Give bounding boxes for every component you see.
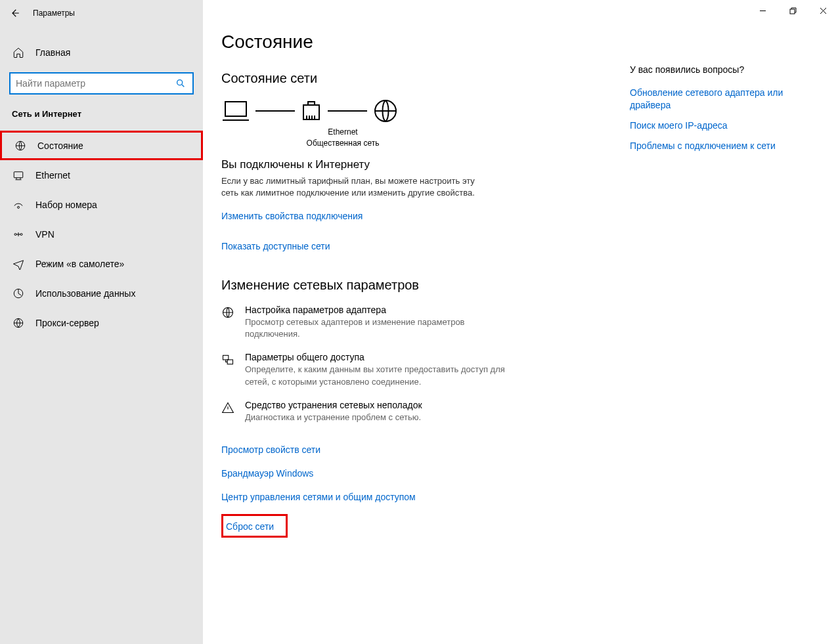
link-show-networks[interactable]: Показать доступные сети [221,241,330,251]
page-title: Состояние [221,32,642,53]
setting-adapter[interactable]: Настройка параметров адаптера Просмотр с… [221,305,642,340]
sidebar-item-label: VPN [35,229,55,240]
link-change-props[interactable]: Изменить свойства подключения [221,211,363,221]
dialup-icon [12,198,25,211]
sidebar-item-dialup[interactable]: Набор номера [0,190,203,219]
diagram-nettype: Общественная сеть [297,138,389,149]
help-link-conn[interactable]: Проблемы с подключением к сети [630,140,794,152]
sidebar-item-label: Прокси-сервер [35,318,99,328]
content: Состояние Состояние сети Ethernet Общест… [221,32,642,644]
warning-icon [221,401,234,414]
sidebar-item-status[interactable]: Состояние [0,131,203,160]
close-button[interactable] [808,0,838,21]
sidebar: Параметры Главная Сеть и Интернет Состоя… [0,0,203,644]
search-input[interactable] [16,78,174,89]
setting-sharing[interactable]: Параметры общего доступа Определите, к к… [221,352,642,387]
minimize-button[interactable] [747,0,778,21]
connector-line [328,110,367,112]
highlight-reset: Сброс сети [221,514,288,538]
setting-troubleshoot[interactable]: Средство устранения сетевых неполадок Ди… [221,400,642,423]
sidebar-category: Сеть и Интернет [0,95,203,124]
link-firewall[interactable]: Брандмауэр Windows [221,468,313,479]
svg-point-5 [20,233,22,235]
sidebar-item-ethernet[interactable]: Ethernet [0,160,203,190]
link-sharing-center[interactable]: Центр управления сетями и общим доступом [221,492,416,502]
sharing-icon [221,353,234,366]
setting-title: Средство устранения сетевых неполадок [245,400,642,410]
sidebar-item-label: Состояние [37,140,83,151]
sidebar-item-airplane[interactable]: Режим «в самолете» [0,249,203,278]
svg-point-4 [14,233,16,235]
datausage-icon [12,287,25,300]
setting-desc: Определите, к каким данным вы хотите пре… [245,364,521,387]
setting-title: Настройка параметров адаптера [245,305,642,315]
globe-icon [12,316,25,330]
sidebar-item-datausage[interactable]: Использование данных [0,278,203,308]
connector-line [255,110,295,112]
titlebar: Параметры [0,0,203,26]
laptop-icon [221,98,250,124]
svg-rect-8 [790,9,795,14]
svg-rect-13 [223,356,229,360]
svg-rect-14 [227,360,232,364]
window-controls [747,0,838,21]
globe-grid-icon [221,306,234,319]
airplane-icon [12,257,25,270]
svg-point-0 [177,80,183,85]
sidebar-home-label: Главная [35,47,70,58]
setting-desc: Просмотр сетевых адаптеров и изменение п… [245,316,521,340]
search-icon [174,77,187,90]
back-icon[interactable] [8,7,21,20]
link-network-reset[interactable]: Сброс сети [226,521,274,532]
link-net-props[interactable]: Просмотр свойств сети [221,444,320,455]
svg-point-3 [18,206,20,208]
connected-title: Вы подключены к Интернету [221,158,642,171]
vpn-icon [12,228,25,241]
diagram-labels: Ethernet Общественная сеть [297,127,389,149]
change-heading: Изменение сетевых параметров [221,278,642,293]
maximize-button[interactable] [778,0,808,21]
svg-rect-9 [225,102,246,116]
diagram-iface: Ethernet [297,127,389,138]
setting-title: Параметры общего доступа [245,352,642,362]
ethernet-port-icon [300,98,322,124]
sidebar-item-proxy[interactable]: Прокси-сервер [0,308,203,337]
sidebar-item-label: Ethernet [35,170,70,181]
sidebar-item-vpn[interactable]: VPN [0,219,203,249]
ethernet-icon [12,169,25,182]
nav-list: Состояние Ethernet Набор номера VPN Режи… [0,131,203,337]
help-link-driver[interactable]: Обновление сетевого адаптера или драйвер… [630,87,794,112]
home-icon [12,46,25,59]
setting-desc: Диагностика и устранение проблем с сетью… [245,412,521,423]
sidebar-item-label: Использование данных [35,288,135,299]
more-links: Просмотр свойств сети Брандмауэр Windows… [221,431,642,538]
app-title: Параметры [33,9,75,18]
connected-desc: Если у вас лимитный тарифный план, вы мо… [221,175,484,199]
help-title: У вас появились вопросы? [630,64,794,75]
sidebar-item-label: Набор номера [35,200,97,210]
sidebar-home[interactable]: Главная [0,39,203,66]
status-heading: Состояние сети [221,71,642,86]
sidebar-item-label: Режим «в самолете» [35,259,124,269]
help-pane: У вас появились вопросы? Обновление сете… [630,64,794,160]
globe-icon [372,98,399,124]
svg-rect-2 [14,171,23,177]
search-box[interactable] [9,72,194,95]
network-diagram [221,98,642,124]
help-link-ip[interactable]: Поиск моего IP-адреса [630,119,794,132]
main: Состояние Состояние сети Ethernet Общест… [203,0,838,644]
globe-grid-icon [14,139,27,152]
